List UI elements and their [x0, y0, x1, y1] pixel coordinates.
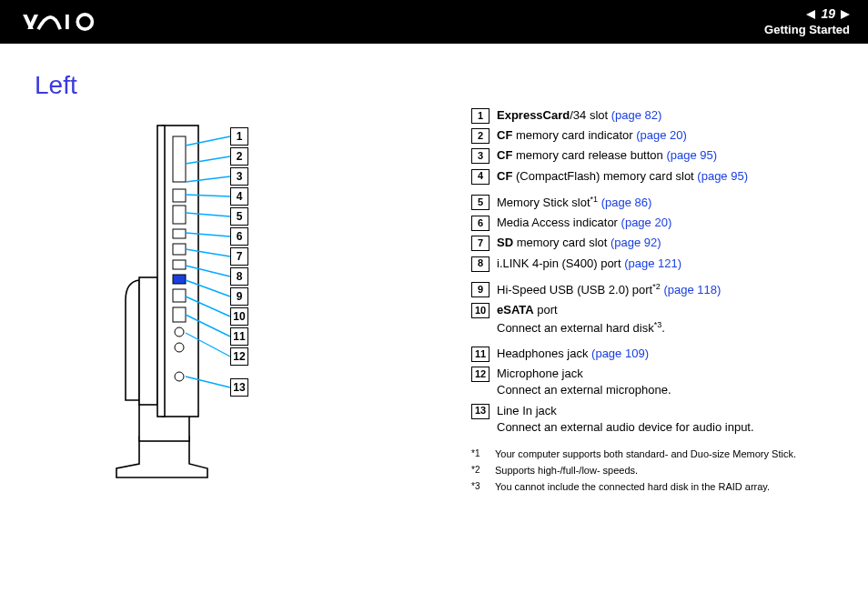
footnotes: *1Your computer supports both standard- … [471, 448, 841, 492]
desc-item-number: 11 [471, 347, 490, 362]
desc-item-text: Line In jackConnect an external audio de… [497, 403, 841, 436]
desc-item-number: 6 [471, 216, 490, 231]
desc-item-2: 2CF memory card indicator (page 20) [471, 127, 841, 144]
svg-point-1 [77, 15, 92, 29]
desc-item-number: 10 [471, 303, 490, 318]
desc-item-text: i.LINK 4-pin (S400) port (page 121) [497, 256, 841, 272]
desc-item-13: 13Line In jackConnect an external audio … [471, 403, 841, 436]
desc-item-number: 12 [471, 367, 490, 382]
desc-item-number: 7 [471, 236, 490, 251]
callout-marker-9: 9 [230, 287, 248, 306]
footnote: *2Supports high-/full-/low- speeds. [471, 465, 841, 476]
desc-item-5: 5Memory Stick slot*1 (page 86) [471, 194, 841, 212]
link-page-121[interactable]: (page 121) [624, 256, 681, 270]
callout-description-list: 1ExpressCard/34 slot (page 82)2CF memory… [471, 107, 841, 436]
desc-item-text: Media Access indicator (page 20) [497, 215, 841, 231]
link-page-118[interactable]: (page 118) [663, 283, 721, 296]
desc-item-subtext: Connect an external hard disk*3. [497, 319, 841, 337]
callout-marker-6: 6 [230, 227, 248, 246]
desc-item-number: 3 [471, 148, 490, 164]
desc-item-number: 5 [471, 195, 490, 210]
desc-item-text: Headphones jack (page 109) [497, 346, 841, 362]
footnote-mark: *1 [471, 448, 495, 459]
desc-item-3: 3CF memory card release button (page 95) [471, 147, 841, 164]
desc-item-subtext: Connect an external microphone. [497, 382, 841, 398]
desc-item-10: 10eSATA portConnect an external hard dis… [471, 302, 841, 337]
desc-item-text: CF memory card release button (page 95) [497, 147, 841, 164]
footnote-text: You cannot include the connected hard di… [495, 481, 770, 492]
desc-item-number: 1 [471, 108, 490, 124]
desc-item-number: 4 [471, 169, 490, 185]
desc-item-text: Microphone jackConnect an external micro… [497, 366, 841, 398]
desc-item-text: CF memory card indicator (page 20) [497, 127, 841, 144]
page-title: Left [35, 71, 471, 100]
footnote-text: Your computer supports both standard- an… [495, 448, 796, 459]
callout-marker-11: 11 [230, 327, 248, 346]
footnote-mark: *2 [471, 465, 495, 476]
callout-marker-13: 13 [230, 378, 248, 397]
page-number: 19 [821, 5, 835, 22]
desc-item-number: 8 [471, 256, 490, 272]
callout-marker-3: 3 [230, 167, 248, 186]
header-bar: 19 Getting Started [0, 0, 868, 44]
link-page-20[interactable]: (page 20) [621, 216, 672, 229]
desc-item-text: eSATA portConnect an external hard disk*… [497, 302, 841, 337]
vaio-logo [18, 12, 118, 32]
desc-item-text: SD memory card slot (page 92) [497, 235, 841, 251]
callout-marker-7: 7 [230, 247, 248, 266]
callout-marker-1: 1 [230, 127, 248, 146]
link-page-20[interactable]: (page 20) [636, 128, 687, 142]
desc-item-number: 2 [471, 128, 490, 144]
footnote-mark: *3 [471, 481, 495, 492]
footnote: *3You cannot include the connected hard … [471, 481, 841, 492]
desc-item-text: CF (CompactFlash) memory card slot (page… [497, 168, 841, 185]
desc-item-8: 8i.LINK 4-pin (S400) port (page 121) [471, 256, 841, 272]
desc-item-text: Memory Stick slot*1 (page 86) [497, 194, 841, 212]
link-page-92[interactable]: (page 92) [611, 236, 661, 249]
callout-marker-5: 5 [230, 207, 248, 226]
desc-item-6: 6Media Access indicator (page 20) [471, 215, 841, 231]
footnote-text: Supports high-/full-/low- speeds. [495, 465, 638, 476]
next-page-arrow[interactable] [841, 10, 850, 19]
desc-item-1: 1ExpressCard/34 slot (page 82) [471, 107, 841, 124]
desc-item-number: 13 [471, 404, 490, 419]
section-title: Getting Started [764, 23, 850, 38]
desc-item-text: Hi-Speed USB (USB 2.0) port*2 (page 118) [497, 281, 841, 299]
device-left-side-figure: 12345678910111213 [89, 118, 308, 491]
callout-marker-12: 12 [230, 347, 248, 366]
desc-item-text: ExpressCard/34 slot (page 82) [497, 107, 841, 124]
desc-item-7: 7SD memory card slot (page 92) [471, 235, 841, 251]
link-page-95[interactable]: (page 95) [666, 148, 717, 162]
desc-item-12: 12Microphone jackConnect an external mic… [471, 366, 841, 398]
callout-marker-10: 10 [230, 307, 248, 326]
link-page-86[interactable]: (page 86) [601, 196, 652, 209]
svg-rect-0 [66, 15, 69, 29]
link-page-95[interactable]: (page 95) [697, 169, 748, 183]
link-page-109[interactable]: (page 109) [591, 347, 649, 360]
callout-marker-2: 2 [230, 147, 248, 166]
desc-item-number: 9 [471, 282, 490, 297]
link-page-82[interactable]: (page 82) [611, 108, 662, 122]
prev-page-arrow[interactable] [806, 10, 815, 19]
callout-marker-4: 4 [230, 187, 248, 206]
desc-item-4: 4CF (CompactFlash) memory card slot (pag… [471, 168, 841, 185]
callout-marker-8: 8 [230, 267, 248, 286]
footnote: *1Your computer supports both standard- … [471, 448, 841, 459]
desc-item-11: 11Headphones jack (page 109) [471, 346, 841, 362]
desc-item-9: 9Hi-Speed USB (USB 2.0) port*2 (page 118… [471, 281, 841, 299]
desc-item-subtext: Connect an external audio device for aud… [497, 419, 841, 436]
